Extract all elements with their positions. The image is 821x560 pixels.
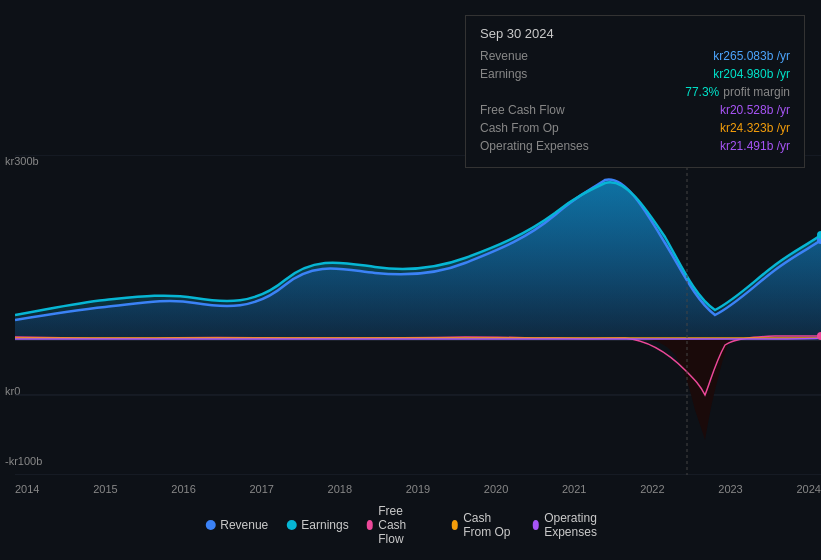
tooltip-revenue-value: kr265.083b /yr [713,49,790,63]
tooltip-fcf-row: Free Cash Flow kr20.528b /yr [480,103,790,117]
x-label-2016: 2016 [171,483,195,495]
chart-container: Sep 30 2024 Revenue kr265.083b /yr Earni… [0,0,821,560]
x-label-2022: 2022 [640,483,664,495]
tooltip-margin-row: 77.3% profit margin [480,85,790,99]
tooltip-margin-value: 77.3% [685,85,719,99]
legend-earnings[interactable]: Earnings [286,518,348,532]
tooltip-cfo-label: Cash From Op [480,121,559,135]
legend-cfo-dot [452,520,459,530]
legend-fcf-label: Free Cash Flow [378,504,433,546]
legend-revenue-label: Revenue [220,518,268,532]
tooltip-fcf-value: kr20.528b /yr [720,103,790,117]
tooltip: Sep 30 2024 Revenue kr265.083b /yr Earni… [465,15,805,168]
legend-revenue[interactable]: Revenue [205,518,268,532]
tooltip-margin-text: profit margin [723,85,790,99]
tooltip-opex-row: Operating Expenses kr21.491b /yr [480,139,790,153]
tooltip-earnings-value: kr204.980b /yr [713,67,790,81]
x-axis: 2014 2015 2016 2017 2018 2019 2020 2021 … [15,483,821,495]
legend-opex-dot [533,520,540,530]
tooltip-cfo-value: kr24.323b /yr [720,121,790,135]
tooltip-fcf-label: Free Cash Flow [480,103,565,117]
x-label-2018: 2018 [328,483,352,495]
legend-opex-label: Operating Expenses [544,511,616,539]
legend-cfo[interactable]: Cash From Op [452,511,515,539]
tooltip-revenue-row: Revenue kr265.083b /yr [480,49,790,63]
legend-earnings-label: Earnings [301,518,348,532]
x-label-2021: 2021 [562,483,586,495]
legend-fcf-dot [367,520,374,530]
x-label-2017: 2017 [249,483,273,495]
x-label-2019: 2019 [406,483,430,495]
legend-opex[interactable]: Operating Expenses [533,511,616,539]
tooltip-date: Sep 30 2024 [480,26,790,41]
tooltip-earnings-label: Earnings [480,67,527,81]
x-label-2024: 2024 [796,483,820,495]
legend-cfo-label: Cash From Op [463,511,514,539]
tooltip-revenue-label: Revenue [480,49,528,63]
x-label-2014: 2014 [15,483,39,495]
tooltip-opex-value: kr21.491b /yr [720,139,790,153]
tooltip-earnings-row: Earnings kr204.980b /yr [480,67,790,81]
x-label-2023: 2023 [718,483,742,495]
tooltip-opex-label: Operating Expenses [480,139,589,153]
chart-svg [15,155,821,475]
legend-revenue-dot [205,520,215,530]
x-label-2020: 2020 [484,483,508,495]
legend-earnings-dot [286,520,296,530]
legend: Revenue Earnings Free Cash Flow Cash Fro… [205,504,616,546]
legend-fcf[interactable]: Free Cash Flow [367,504,434,546]
x-label-2015: 2015 [93,483,117,495]
tooltip-cfo-row: Cash From Op kr24.323b /yr [480,121,790,135]
